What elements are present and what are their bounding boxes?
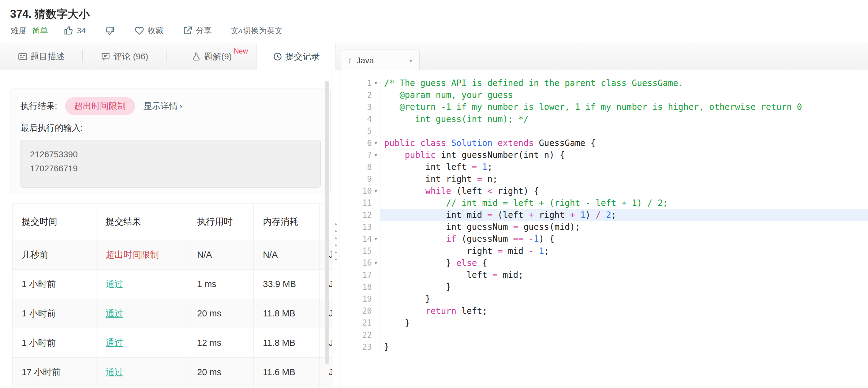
submission-memory: 33.9 MB <box>263 279 296 289</box>
code-line[interactable]: int guessNum = guess(mid); <box>380 221 868 233</box>
submission-result-link[interactable]: 通过 <box>105 367 123 377</box>
line-number: 20 <box>362 306 372 316</box>
code-line[interactable]: public class Solution extends GuessGame … <box>380 137 868 149</box>
code-token: left <box>384 270 492 280</box>
code-token: == <box>513 234 523 244</box>
difficulty-label: 难度 <box>11 25 27 36</box>
table-row: 17 小时前通过20 ms11.6 MBJava <box>12 358 333 387</box>
code-line[interactable]: int right = n; <box>380 173 868 185</box>
line-number: 14 <box>362 234 372 244</box>
show-details-link[interactable]: 显示详情› <box>144 100 182 112</box>
gutter-line: 12 <box>339 209 380 221</box>
dislike-button[interactable] <box>105 25 115 36</box>
code-line[interactable]: @param num, your guess <box>380 89 868 101</box>
submission-memory: 11.8 MB <box>263 309 296 318</box>
code-line[interactable] <box>380 125 868 137</box>
code-token: GuessGame { <box>534 138 596 148</box>
code-line[interactable]: while (left < right) { <box>380 185 868 197</box>
divider-dot <box>335 237 337 239</box>
language-select[interactable]: i Java ▾ <box>341 50 420 72</box>
submission-result-link[interactable]: 超出时间限制 <box>105 250 159 259</box>
line-number: 19 <box>362 294 372 303</box>
code-line[interactable]: if (guessNum == -1) { <box>380 233 868 245</box>
code-line[interactable]: @return -1 if my number is lower, 1 if m… <box>380 101 868 113</box>
panel-resize-handle[interactable] <box>332 70 339 388</box>
flask-icon <box>191 52 201 62</box>
code-line[interactable]: left = mid; <box>380 269 868 281</box>
submission-language: Java <box>329 309 332 318</box>
fold-arrow-icon[interactable]: ▾ <box>372 149 380 161</box>
line-number: 17 <box>362 270 372 280</box>
code-line[interactable]: } <box>380 341 868 353</box>
code-line[interactable]: } <box>380 317 868 329</box>
submission-language: Java <box>329 279 332 289</box>
chevron-down-icon: ▾ <box>409 57 412 64</box>
last-input-label: 最后执行的输入: <box>21 122 83 134</box>
tab-comments[interactable]: 评论 (96) <box>83 43 166 70</box>
share-button[interactable]: 分享 <box>182 25 212 36</box>
fold-arrow-icon[interactable]: ▾ <box>372 257 380 269</box>
code-token: public <box>405 150 436 160</box>
tab-submissions[interactable]: 提交记录 <box>256 43 336 70</box>
switch-language-button[interactable]: 文A 切换为英文 <box>231 25 283 36</box>
code-token: // int mid = left + (right - left + 1) /… <box>384 198 668 208</box>
code-token: = <box>477 174 482 184</box>
code-token: ) { <box>539 234 555 244</box>
code-line[interactable]: } else { <box>380 257 868 269</box>
code-token: = <box>487 210 492 220</box>
favorite-button[interactable]: 收藏 <box>134 25 163 36</box>
submission-result-link[interactable]: 通过 <box>105 338 123 348</box>
code-line[interactable]: } <box>380 281 868 293</box>
code-line[interactable]: int left = 1; <box>380 161 868 173</box>
gutter-line: 2 <box>339 89 380 101</box>
code-line-highlighted[interactable]: int mid = (left + right + 1) / 2; <box>380 209 868 221</box>
code-token: right <box>534 210 570 220</box>
submission-runtime: 20 ms <box>197 367 221 377</box>
status-badge: 超出时间限制 <box>65 97 135 115</box>
gutter-line: 11 <box>339 197 380 209</box>
code-token: /* The guess API is defined in the paren… <box>384 78 683 88</box>
tab-description[interactable]: 题目描述 <box>0 43 82 70</box>
gutter-line: 18 <box>339 281 380 293</box>
thumbs-down-icon <box>105 25 115 36</box>
code-editor: 1▾23456▾7▾8910▾11121314▾1516▾17181920212… <box>339 70 868 388</box>
code-token: right) { <box>492 186 539 196</box>
fold-arrow-icon[interactable]: ▾ <box>372 233 380 245</box>
gutter-line: 16▾ <box>339 257 380 269</box>
submission-time: 几秒前 <box>22 250 49 259</box>
left-tabbar: 题目描述 评论 (96) 题解(9) New 提交记录 <box>0 43 337 70</box>
code-line[interactable]: return left; <box>380 305 868 317</box>
code-token <box>534 246 539 256</box>
fold-arrow-icon[interactable]: ▾ <box>372 185 380 197</box>
code-line[interactable]: public int guessNumber(int n) { <box>380 149 868 161</box>
gutter-line: 14▾ <box>339 233 380 245</box>
submission-time: 1 小时前 <box>22 309 56 318</box>
code-line[interactable]: int guess(int num); */ <box>380 113 868 125</box>
code-token: < <box>487 186 492 196</box>
submission-memory: 11.8 MB <box>263 338 296 348</box>
line-number: 16 <box>362 258 372 267</box>
code-token <box>477 162 482 172</box>
submission-runtime: 12 ms <box>197 338 221 348</box>
code-line[interactable]: } <box>380 293 868 305</box>
code-line[interactable]: right = mid - 1; <box>380 245 868 257</box>
left-panel-scrollbar[interactable] <box>325 81 329 364</box>
code-line[interactable]: // int mid = left + (right - left + 1) /… <box>380 197 868 209</box>
comments-icon <box>101 52 111 62</box>
code-token: } <box>384 258 456 268</box>
col-memory: 内存消耗 <box>254 203 319 240</box>
code-line[interactable]: /* The guess API is defined in the paren… <box>380 77 868 89</box>
code-token: 1 <box>580 210 586 220</box>
col-submit-time: 提交时间 <box>12 203 96 240</box>
submission-result-link[interactable]: 通过 <box>105 309 123 318</box>
last-input-box[interactable]: 2126753390 1702766719 <box>21 140 321 188</box>
fold-arrow-icon[interactable]: ▾ <box>372 77 380 89</box>
tab-solutions[interactable]: 题解(9) New <box>166 43 256 70</box>
code-token: Solution <box>451 138 492 148</box>
code-line[interactable] <box>380 329 868 341</box>
like-button[interactable]: 34 <box>63 25 86 36</box>
code-area[interactable]: /* The guess API is defined in the paren… <box>380 77 868 353</box>
submission-result-link[interactable]: 通过 <box>105 279 123 289</box>
submission-time: 1 小时前 <box>22 279 56 289</box>
fold-arrow-icon[interactable]: ▾ <box>372 137 380 149</box>
